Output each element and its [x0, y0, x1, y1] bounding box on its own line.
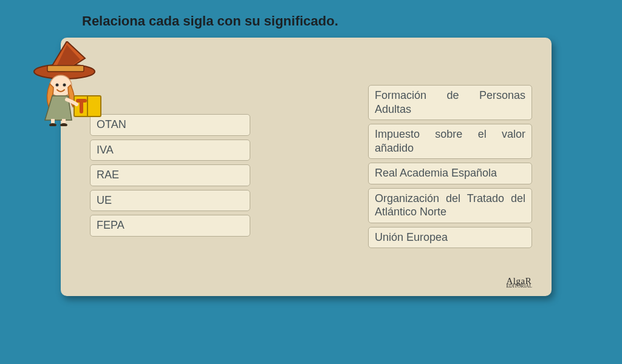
acronym-item[interactable]: RAE	[90, 164, 250, 186]
instruction-title: Relaciona cada sigla con su significado.	[82, 13, 338, 29]
meaning-item[interactable]: Unión Europea	[368, 227, 532, 249]
meaning-item[interactable]: Organización del Tratado del Atlántico N…	[368, 188, 532, 223]
svg-point-7	[49, 123, 56, 126]
meanings-column: Formación de Personas Adultas Impuesto s…	[368, 85, 532, 248]
acronyms-column: OTAN IVA RAE UE FEPA	[90, 114, 250, 237]
svg-rect-5	[51, 119, 55, 125]
activity-card: OTAN IVA RAE UE FEPA Formación de Person…	[61, 38, 552, 296]
meaning-item[interactable]: Formación de Personas Adultas	[368, 85, 532, 120]
svg-point-3	[56, 84, 59, 87]
acronym-item[interactable]: UE	[90, 190, 250, 212]
acronym-item[interactable]: IVA	[90, 140, 250, 161]
meaning-item[interactable]: Impuesto sobre el valor añadido	[368, 124, 532, 159]
acronym-item[interactable]: OTAN	[90, 114, 250, 136]
acronym-item[interactable]: FEPA	[90, 215, 250, 237]
meaning-item[interactable]: Real Academia Española	[368, 163, 532, 184]
publisher-logo: AlgaR EDITORIAL	[506, 276, 532, 289]
